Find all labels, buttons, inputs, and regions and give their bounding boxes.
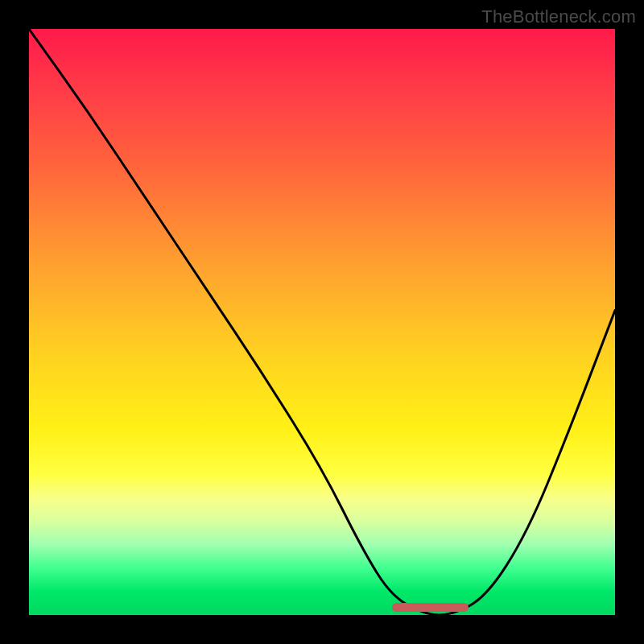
optimal-zone-marker xyxy=(392,603,469,612)
bottleneck-curve xyxy=(29,29,615,615)
watermark-text: TheBottleneck.com xyxy=(481,6,636,27)
chart-plot-area xyxy=(29,29,615,615)
